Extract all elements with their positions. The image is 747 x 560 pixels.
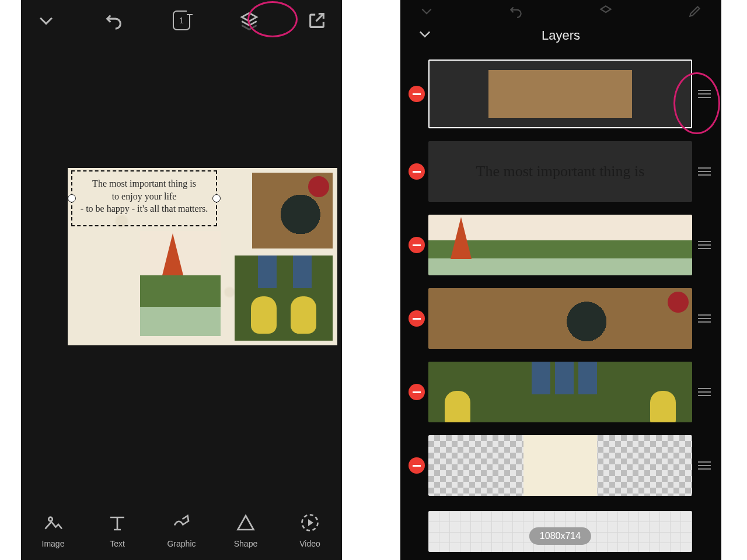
layer-row-background[interactable]	[409, 435, 713, 496]
shape-icon	[235, 512, 256, 533]
svg-point-1	[48, 517, 53, 522]
page-count: 1	[179, 16, 184, 25]
layers-list[interactable]: The most important thing is	[400, 52, 721, 560]
video-icon	[299, 512, 320, 533]
chevron-down-icon	[419, 4, 434, 19]
graphic-icon	[171, 512, 192, 533]
canvas-dimensions-badge: 1080x714	[529, 527, 591, 545]
drag-handle-icon[interactable]	[696, 167, 713, 176]
editor-screen: 1 The most important thing is to enjoy y…	[21, 0, 342, 560]
layer-text-preview: The most important thing is	[476, 163, 645, 180]
layer-row-image-feet[interactable]	[409, 362, 713, 422]
canvas-image-feet[interactable]	[235, 256, 333, 341]
bottom-toolbar: Image Text Graphic Shape Video	[21, 512, 342, 548]
annotation-circle-drag-handle	[673, 72, 720, 134]
layer-row-image-food[interactable]	[409, 288, 713, 349]
delete-layer-button[interactable]	[409, 163, 425, 180]
text-icon	[107, 512, 128, 533]
layer-thumbnail-canvas[interactable]: 1080x714	[428, 511, 692, 552]
canvas-image-tower[interactable]	[140, 231, 221, 336]
layer-thumbnail[interactable]	[428, 362, 692, 422]
delete-layer-button[interactable]	[409, 86, 425, 102]
edit-icon	[687, 4, 703, 19]
layer-thumbnail[interactable]	[428, 435, 692, 496]
panel-title: Layers	[542, 28, 580, 43]
undo-icon	[508, 4, 523, 19]
tab-label: Shape	[234, 539, 257, 548]
tab-label: Image	[42, 539, 65, 548]
annotation-circle-layers-icon	[247, 1, 298, 37]
canvas-text-line: The most important thing is	[77, 177, 211, 190]
canvas-text-line: - to be happy - it's all that matters.	[77, 202, 211, 215]
tab-label: Text	[110, 539, 125, 548]
image-icon	[43, 512, 64, 533]
shape-swatch	[488, 70, 632, 118]
undo-button[interactable]	[104, 10, 124, 30]
drag-handle-icon[interactable]	[696, 388, 713, 396]
selection-handle-right[interactable]	[212, 194, 221, 202]
delete-layer-button[interactable]	[409, 457, 425, 474]
canvas[interactable]: The most important thing is to enjoy you…	[68, 168, 337, 345]
canvas-text-line: to enjoy your life	[77, 190, 211, 203]
layer-row-shape[interactable]	[409, 60, 713, 128]
collapse-button[interactable]	[36, 10, 56, 30]
canvas-image-food[interactable]	[252, 173, 333, 249]
tab-image[interactable]: Image	[33, 512, 74, 548]
layers-screen: Layers The most important thing is	[400, 0, 721, 560]
delete-layer-button[interactable]	[409, 237, 425, 253]
svg-marker-4	[601, 6, 610, 12]
svg-marker-3	[308, 519, 313, 526]
close-panel-button[interactable]	[417, 26, 433, 46]
pages-button[interactable]: 1	[172, 10, 191, 30]
delete-layer-button[interactable]	[409, 310, 425, 327]
layer-thumbnail[interactable]	[428, 60, 692, 128]
layers-icon	[598, 4, 613, 19]
tab-text[interactable]: Text	[97, 512, 138, 548]
layer-row-image-tower[interactable]	[409, 215, 713, 275]
drag-handle-icon[interactable]	[696, 461, 713, 470]
delete-layer-button[interactable]	[409, 384, 425, 400]
canvas-text-block[interactable]: The most important thing is to enjoy you…	[77, 177, 211, 215]
drag-handle-icon[interactable]	[696, 314, 713, 323]
layer-row-canvas[interactable]: 1080x714	[409, 511, 713, 552]
drag-handle-icon[interactable]	[696, 241, 713, 249]
layer-row-text[interactable]: The most important thing is	[409, 141, 713, 202]
layer-thumbnail[interactable]	[428, 215, 692, 275]
selection-handle-left[interactable]	[68, 194, 76, 202]
tab-graphic[interactable]: Graphic	[161, 512, 202, 548]
tab-label: Video	[299, 539, 320, 548]
layers-panel-header: Layers	[400, 19, 721, 52]
layer-thumbnail[interactable]: The most important thing is	[428, 141, 692, 202]
tab-video[interactable]: Video	[289, 512, 330, 548]
export-button[interactable]	[307, 10, 327, 30]
tab-shape[interactable]: Shape	[225, 512, 266, 548]
layer-thumbnail[interactable]	[428, 288, 692, 349]
dimmed-top-toolbar	[400, 0, 721, 19]
paper-overlay	[523, 435, 598, 496]
tab-label: Graphic	[167, 539, 196, 548]
